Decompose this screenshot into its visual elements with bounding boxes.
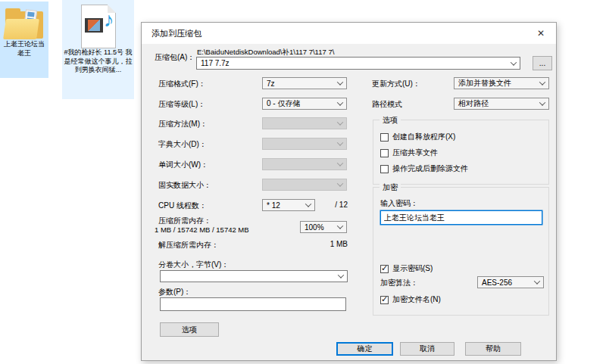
filmstrip-icon: [85, 18, 103, 33]
chevron-down-icon: [539, 99, 545, 105]
create-sfx-checkbox[interactable]: 创建自释放程序(X): [380, 132, 455, 142]
dialog-titlebar[interactable]: 添加到压缩包 ✕: [142, 23, 556, 44]
encrypt-filenames-label: 加密文件名(N): [392, 294, 441, 305]
help-button[interactable]: 帮助: [465, 342, 521, 356]
desktop-icon-folder[interactable]: 上老王论坛当老王: [0, 2, 48, 78]
chevron-down-icon: [337, 180, 343, 186]
memory-usage-detail: 1 MB / 15742 MB / 15742 MB: [155, 226, 249, 234]
parameters-input[interactable]: [160, 297, 346, 311]
level-label: 压缩等级(L)：: [158, 99, 205, 110]
volume-size-combobox[interactable]: [160, 270, 348, 282]
method-combobox-disabled: [262, 117, 347, 129]
word-size-combobox-disabled: [262, 158, 347, 170]
chevron-down-icon: [305, 201, 311, 207]
browse-button[interactable]: ...: [533, 56, 552, 70]
path-mode-value: 相对路径: [458, 98, 489, 109]
encrypt-filenames-checkbox[interactable]: 加密文件名(N): [380, 294, 441, 305]
encryption-group-title: 加密: [380, 182, 401, 193]
folder-icon-label: 上老王论坛当老王: [0, 40, 48, 58]
memory-usage-label: 压缩所需内存：: [158, 216, 211, 226]
desktop-icon-media-file[interactable]: ♪ #我的枪好长 11.5号 我是经常做这个事儿，拉到男换衣间猛...: [62, 0, 134, 99]
chevron-down-icon: [539, 79, 545, 85]
chevron-down-icon: [337, 119, 343, 125]
chevron-down-icon: [534, 278, 540, 284]
chevron-down-icon[interactable]: [511, 59, 517, 65]
compress-shared-label: 压缩共享文件: [392, 148, 438, 158]
cancel-button[interactable]: 取消: [400, 342, 454, 356]
archive-name-combobox[interactable]: 117 7.7z: [196, 57, 520, 70]
options-group-title: 选项: [380, 115, 401, 126]
dictionary-combobox-disabled: [262, 138, 347, 150]
path-mode-combobox[interactable]: 相对路径: [454, 98, 549, 110]
chevron-down-icon: [337, 160, 343, 166]
format-value: 7z: [267, 79, 275, 88]
checkbox-unchecked-icon[interactable]: [380, 133, 389, 142]
memory-percent-value: 100%: [305, 223, 324, 232]
add-to-archive-dialog: 添加到压缩包 ✕ 压缩包(A)： E:\BaiduNetdiskDownload…: [141, 22, 557, 361]
options-button[interactable]: 选项: [160, 322, 219, 337]
show-password-label: 显示密码(S): [392, 263, 433, 274]
decompress-memory-value: 1 MB: [310, 240, 348, 248]
media-file-icon-label: #我的枪好长 11.5号 我是经常做这个事儿，拉到男换衣间猛...: [62, 48, 134, 75]
chevron-down-icon: [337, 79, 343, 85]
update-mode-label: 更新方式(U)：: [372, 79, 420, 89]
checkbox-checked-icon[interactable]: [380, 296, 389, 304]
delete-after-label: 操作完成后删除源文件: [392, 163, 468, 174]
folder-icon: [5, 7, 44, 40]
checkbox-unchecked-icon[interactable]: [380, 165, 389, 173]
checkbox-checked-icon[interactable]: [380, 265, 389, 273]
update-mode-combobox[interactable]: 添加并替换文件: [454, 77, 549, 89]
dictionary-label: 字典大小(D)：: [158, 139, 207, 150]
options-groupbox: 选项 创建自释放程序(X) 压缩共享文件 操作完成后删除源文件: [373, 120, 549, 185]
create-sfx-label: 创建自释放程序(X): [392, 132, 455, 142]
solid-size-combobox-disabled: [262, 179, 347, 191]
encryption-method-label: 加密算法：: [380, 278, 418, 288]
chevron-down-icon: [337, 139, 343, 145]
archive-label: 压缩包(A)：: [155, 52, 195, 63]
cpu-threads-value: * 12: [267, 201, 280, 210]
cpu-threads-combobox[interactable]: * 12: [262, 199, 315, 211]
solid-size-label: 固实数据大小：: [158, 180, 211, 191]
password-label: 输入密码：: [380, 198, 418, 209]
path-mode-label: 路径模式: [372, 99, 402, 110]
format-label: 压缩格式(F)：: [158, 79, 206, 89]
encryption-method-value: AES-256: [482, 278, 512, 287]
decompress-memory-label: 解压缩所需内存：: [158, 240, 219, 250]
show-password-checkbox[interactable]: 显示密码(S): [380, 263, 433, 274]
media-file-icon: ♪: [81, 5, 116, 48]
chevron-down-icon: [337, 222, 343, 229]
dialog-title: 添加到压缩包: [142, 28, 201, 39]
archive-name-value: 117 7.7z: [201, 59, 230, 67]
memory-percent-combobox[interactable]: 100%: [300, 221, 347, 233]
checkbox-unchecked-icon[interactable]: [380, 149, 389, 157]
chevron-down-icon: [337, 99, 343, 105]
music-note-icon: ♪: [104, 10, 114, 30]
close-icon[interactable]: ✕: [526, 23, 556, 44]
compress-shared-checkbox[interactable]: 压缩共享文件: [380, 148, 438, 158]
encryption-groupbox: 加密 输入密码： 显示密码(S) 加密算法： AES-256 加密文件名(N): [373, 187, 549, 316]
delete-after-checkbox[interactable]: 操作完成后删除源文件: [380, 163, 468, 174]
format-combobox[interactable]: 7z: [262, 77, 347, 89]
volume-size-label: 分卷大小，字节(V)：: [158, 260, 229, 270]
encryption-method-combobox[interactable]: AES-256: [477, 276, 544, 288]
level-combobox[interactable]: 0 - 仅存储: [262, 98, 347, 110]
level-value: 0 - 仅存储: [267, 98, 300, 109]
password-input[interactable]: [380, 210, 542, 225]
update-mode-value: 添加并替换文件: [458, 78, 511, 89]
parameters-label: 参数(P)：: [158, 287, 191, 297]
word-size-label: 单词大小(W)：: [158, 160, 208, 170]
ok-button[interactable]: 确定: [336, 342, 393, 356]
cpu-threads-label: CPU 线程数：: [158, 201, 207, 211]
method-label: 压缩方法(M)：: [158, 119, 208, 129]
chevron-down-icon: [338, 272, 344, 278]
cpu-threads-total: / 12: [313, 201, 348, 209]
